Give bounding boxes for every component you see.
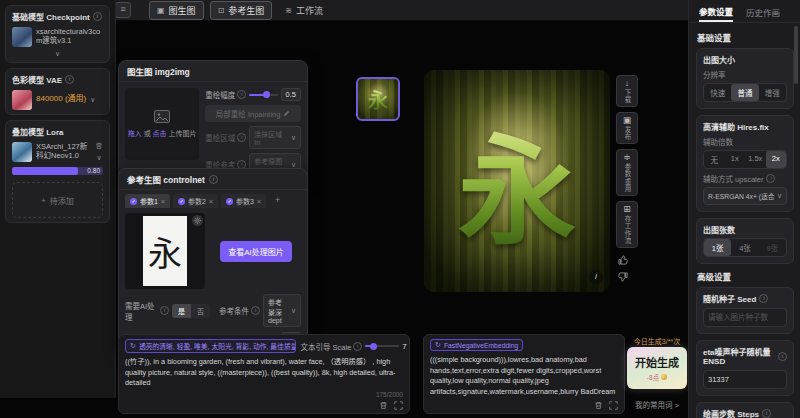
- hires-1x[interactable]: 1x: [725, 151, 746, 168]
- denoise-value[interactable]: 0.5: [281, 88, 301, 101]
- redraw-area-dropdown[interactable]: 涂抹区域 In: [249, 126, 301, 149]
- hires-2x[interactable]: 2x: [766, 151, 787, 168]
- controlnet-tab-3[interactable]: 参数3: [221, 194, 266, 208]
- hires-none[interactable]: 无: [704, 151, 725, 168]
- tab-reference-gen[interactable]: ⊡ 参考生图: [210, 1, 273, 20]
- vae-title: 色彩模型 VAE: [12, 74, 62, 85]
- trash-icon[interactable]: [379, 401, 388, 410]
- thumb-up-icon[interactable]: [617, 254, 629, 266]
- lora-title-row: 叠加模型 Lora: [12, 126, 103, 137]
- yes-option[interactable]: 是: [172, 304, 191, 318]
- generate-cost: -8点: [647, 372, 667, 382]
- lora-weight-slider[interactable]: 0.80: [12, 167, 103, 175]
- download-button[interactable]: ↓ 下载: [616, 75, 638, 107]
- add-lora-button[interactable]: + 待添加: [12, 182, 103, 218]
- hires-scale-label: 辅助倍数: [703, 136, 787, 147]
- hires-card: 高清辅助 Hires.fix 辅助倍数 无 1x 1.5x 2x 辅助方式 up…: [696, 115, 794, 212]
- tab-workflow-label: 工作流: [296, 4, 323, 17]
- positive-prompt-header: 透亮的清晰, 轻盈, 唯美, 太阳光, 背影, 动作, 最佳质量 文本引导 Sc…: [125, 339, 403, 353]
- hires-1-5x[interactable]: 1.5x: [745, 151, 766, 168]
- plus-icon: +: [41, 196, 46, 205]
- menu-icon[interactable]: ≡: [115, 2, 131, 18]
- add-lora-label: 待添加: [50, 195, 74, 206]
- tab-workflow[interactable]: ≋ 工作流: [278, 2, 330, 19]
- upscaler-dropdown[interactable]: R-ESRGAN 4x+ (适合多种风: [703, 187, 787, 205]
- lora-title: 叠加模型 Lora: [12, 126, 64, 137]
- preset-tag-label: 透亮的清晰, 轻盈, 唯美, 太阳光, 背影, 动作, 最佳质量: [139, 341, 297, 351]
- denoise-handle[interactable]: [263, 91, 270, 98]
- publish-button[interactable]: ▣ 发布: [616, 112, 638, 144]
- scrollbar-thumb[interactable]: [794, 26, 798, 84]
- controlnet-tab-1[interactable]: 参数1: [125, 194, 170, 208]
- generated-image[interactable]: 永 i: [424, 70, 610, 292]
- tab-img2img[interactable]: ▣ 图生图: [149, 1, 204, 20]
- info-icon[interactable]: i: [589, 270, 603, 284]
- expand-icon[interactable]: [394, 401, 403, 410]
- models-sidebar: 基础模型 Checkpoint xsarchitecturalv3com建筑v3…: [0, 0, 116, 398]
- reuse-params-button[interactable]: ≑ 参数重用: [616, 149, 638, 196]
- close-icon[interactable]: [209, 198, 213, 205]
- denoise-row: 重绘幅度 0.5: [205, 88, 301, 101]
- checkpoint-model-row[interactable]: xsarchitecturalv3com建筑v3.1: [12, 27, 103, 47]
- tab-parameters[interactable]: 参数设置: [699, 1, 733, 22]
- upload-click-label: 点击: [153, 130, 167, 137]
- gear-icon[interactable]: [192, 215, 203, 226]
- trash-icon[interactable]: [95, 142, 103, 150]
- tab-img2img-label: 图生图: [169, 4, 196, 17]
- controlnet-tab-1-label: 参数1: [140, 196, 158, 206]
- image-toolbar: ↓ 下载 ▣ 发布 ≑ 参数重用 ⊞ 存工作流: [616, 75, 638, 248]
- info-icon: [762, 409, 771, 418]
- resolution-normal[interactable]: 普通: [731, 84, 758, 101]
- batch-9[interactable]: 9张: [759, 239, 786, 256]
- upload-or-label: 或: [144, 130, 151, 137]
- seed-input[interactable]: [703, 308, 787, 327]
- my-common-words-link[interactable]: 我的常用词 >: [627, 399, 687, 410]
- trash-icon[interactable]: [594, 401, 603, 410]
- positive-prompt-text[interactable]: ((竹子)), in a blooming garden, (fresh and…: [125, 357, 403, 393]
- lora-model-row[interactable]: XSArchi_127新科幻Neov1.0: [12, 142, 103, 162]
- batch-4[interactable]: 4张: [731, 239, 758, 256]
- checkpoint-title: 基础模型 Checkpoint: [12, 11, 90, 22]
- close-icon[interactable]: [257, 198, 261, 205]
- coin-icon: [661, 374, 667, 380]
- expand-icon[interactable]: [609, 401, 618, 410]
- basic-settings-header: 基础设置: [697, 31, 794, 43]
- resolution-enhance[interactable]: 增强: [759, 84, 786, 101]
- inpainting-button[interactable]: 局部重绘 Inpainting: [205, 105, 301, 122]
- preset-tag[interactable]: 透亮的清晰, 轻盈, 唯美, 太阳光, 背影, 动作, 最佳质量: [125, 339, 296, 353]
- tab-history[interactable]: 历史作画: [746, 2, 780, 21]
- lora-thumbnail: [12, 142, 32, 162]
- resolution-segment: 快速 普通 增强: [703, 83, 787, 102]
- negative-prompt-text-wrap[interactable]: (((simple background))),lowres,bad anato…: [430, 355, 618, 399]
- ai-process-toggle[interactable]: 是 否: [172, 304, 210, 318]
- checkpoint-card: 基础模型 Checkpoint xsarchitecturalv3com建筑v3…: [5, 5, 110, 63]
- batch-1[interactable]: 1张: [704, 239, 731, 256]
- add-controlnet-tab-button[interactable]: +: [269, 194, 286, 208]
- ensd-input[interactable]: [703, 370, 787, 389]
- vae-select-row[interactable]: 840000 (通用): [12, 90, 103, 110]
- generated-glyph: 永: [458, 96, 576, 267]
- thumb-down-icon[interactable]: [617, 271, 629, 283]
- batch-card: 出图张数 1张 4张 9张: [696, 218, 794, 264]
- controlnet-tab-2[interactable]: 参数2: [173, 194, 218, 208]
- chevron-down-icon[interactable]: [12, 50, 103, 58]
- result-thumbnail[interactable]: 永: [356, 77, 400, 121]
- close-icon[interactable]: [161, 198, 165, 205]
- negative-preset-tag[interactable]: FastNegativeEmbedding: [430, 339, 523, 351]
- today-quota: 今日生成3/**次: [626, 336, 688, 346]
- controlnet-reference-image[interactable]: 永: [125, 213, 205, 289]
- save-workflow-button[interactable]: ⊞ 存工作流: [616, 201, 638, 248]
- cfg-scale-slider[interactable]: [365, 345, 399, 347]
- no-option[interactable]: 否: [191, 304, 210, 318]
- condition-label-group: 参考条件: [219, 305, 260, 316]
- chevron-down-icon[interactable]: [96, 154, 101, 162]
- seed-title: 随机种子 Seed: [703, 293, 756, 304]
- generate-button[interactable]: 开始生成 -8点: [627, 347, 687, 389]
- tab-reference-label: 参考生图: [228, 4, 264, 17]
- image-upload-dropzone[interactable]: 拖入 或 点击 上传图片: [125, 88, 199, 160]
- view-ai-processed-button[interactable]: 查看AI处理图片: [220, 241, 292, 262]
- condition-dropdown[interactable]: 参考景深 dept: [263, 294, 301, 327]
- resolution-fast[interactable]: 快速: [704, 84, 731, 101]
- cfg-scale-handle[interactable]: [370, 343, 377, 350]
- denoise-slider[interactable]: [249, 94, 277, 96]
